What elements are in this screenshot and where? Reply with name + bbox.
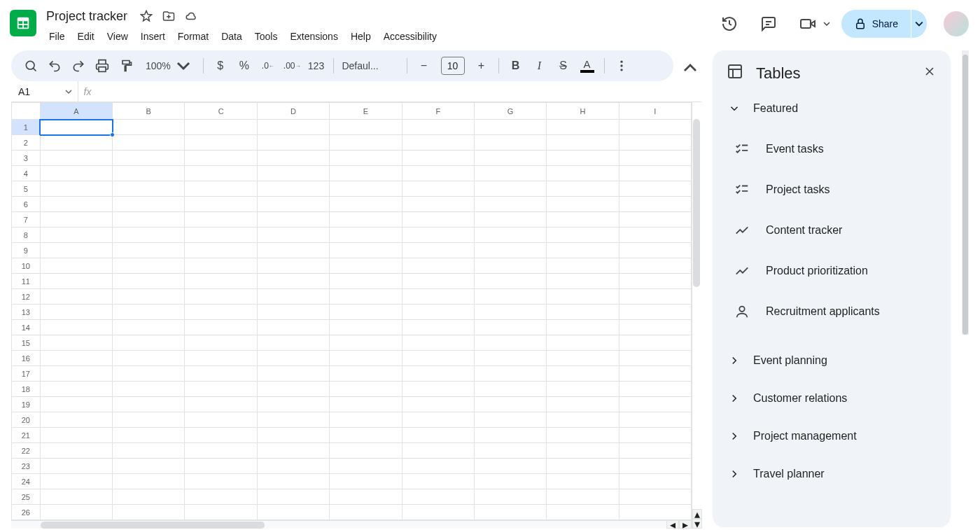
row-header[interactable]: 18 <box>12 382 41 397</box>
row-header[interactable]: 19 <box>12 397 41 412</box>
grid-cell[interactable] <box>619 474 691 489</box>
grid-cell[interactable] <box>474 228 546 243</box>
grid-cell[interactable] <box>40 474 112 489</box>
grid-cell[interactable] <box>547 459 619 474</box>
grid-cell[interactable] <box>40 505 112 520</box>
row-header[interactable]: 7 <box>12 212 41 228</box>
grid-cell[interactable] <box>547 335 619 351</box>
grid-cell[interactable] <box>113 489 185 505</box>
grid-cell[interactable] <box>40 228 112 243</box>
grid-cell[interactable] <box>474 397 546 412</box>
grid-cell[interactable] <box>113 212 185 228</box>
grid-cell[interactable] <box>257 366 329 382</box>
grid-cell[interactable] <box>619 443 691 459</box>
grid-cell[interactable] <box>330 181 402 197</box>
grid-cell[interactable] <box>185 443 257 459</box>
grid-cell[interactable] <box>619 135 691 151</box>
grid-cell[interactable] <box>330 443 402 459</box>
grid-cell[interactable] <box>113 289 185 305</box>
paint-format-icon[interactable] <box>115 55 137 77</box>
grid-cell[interactable] <box>330 489 402 505</box>
grid-cell[interactable] <box>40 335 112 351</box>
grid-cell[interactable] <box>474 151 546 166</box>
row-header[interactable]: 4 <box>12 166 41 181</box>
percent-icon[interactable]: % <box>233 55 255 77</box>
cloud-status-icon[interactable] <box>185 10 197 22</box>
grid-cell[interactable] <box>40 135 112 151</box>
menu-view[interactable]: View <box>102 28 134 45</box>
grid-cell[interactable] <box>330 505 402 520</box>
grid-cell[interactable] <box>40 443 112 459</box>
grid-cell[interactable] <box>40 274 112 289</box>
grid-cell[interactable] <box>474 428 546 443</box>
grid-cell[interactable] <box>402 443 474 459</box>
grid-cell[interactable] <box>402 335 474 351</box>
grid-cell[interactable] <box>40 397 112 412</box>
grid-cell[interactable] <box>402 181 474 197</box>
grid-cell[interactable] <box>330 289 402 305</box>
grid-cell[interactable] <box>257 197 329 212</box>
star-icon[interactable] <box>140 10 153 22</box>
grid-cell[interactable] <box>113 305 185 320</box>
grid-cell[interactable] <box>547 228 619 243</box>
grid-cell[interactable] <box>113 243 185 258</box>
grid-cell[interactable] <box>402 351 474 366</box>
grid-cell[interactable] <box>40 428 112 443</box>
template-item[interactable]: Product prioritization <box>713 251 951 291</box>
grid-cell[interactable] <box>257 382 329 397</box>
grid-cell[interactable] <box>185 151 257 166</box>
grid-cell[interactable] <box>40 412 112 428</box>
grid-cell[interactable] <box>257 289 329 305</box>
more-toolbar-icon[interactable] <box>610 55 633 77</box>
grid-cell[interactable] <box>619 228 691 243</box>
grid-cell[interactable] <box>40 489 112 505</box>
row-header[interactable]: 22 <box>12 443 41 459</box>
column-header[interactable]: F <box>402 103 474 120</box>
grid-cell[interactable] <box>40 243 112 258</box>
grid-cell[interactable] <box>402 135 474 151</box>
grid-cell[interactable] <box>185 397 257 412</box>
grid-cell[interactable] <box>113 397 185 412</box>
grid-cell[interactable] <box>113 120 185 135</box>
grid-cell[interactable] <box>402 243 474 258</box>
grid-cell[interactable] <box>257 335 329 351</box>
grid-cell[interactable] <box>113 382 185 397</box>
grid-cell[interactable] <box>547 243 619 258</box>
grid-cell[interactable] <box>619 181 691 197</box>
grid-cell[interactable] <box>402 320 474 335</box>
grid-cell[interactable] <box>619 459 691 474</box>
grid-cell[interactable] <box>40 351 112 366</box>
sheets-logo[interactable] <box>10 10 36 36</box>
grid-cell[interactable] <box>330 243 402 258</box>
grid-cell[interactable] <box>257 412 329 428</box>
grid-cell[interactable] <box>185 428 257 443</box>
grid-cell[interactable] <box>257 489 329 505</box>
grid-cell[interactable] <box>402 382 474 397</box>
menu-extensions[interactable]: Extensions <box>284 28 343 45</box>
grid-cell[interactable] <box>40 382 112 397</box>
template-item[interactable]: Event tasks <box>713 129 951 169</box>
grid-cell[interactable] <box>330 397 402 412</box>
name-box[interactable]: A1 <box>11 81 78 102</box>
column-header[interactable]: C <box>185 103 257 120</box>
increase-decimal-icon[interactable]: .00→ <box>281 55 304 77</box>
grid-cell[interactable] <box>402 212 474 228</box>
italic-icon[interactable]: I <box>528 55 551 77</box>
row-header[interactable]: 1 <box>12 120 41 135</box>
grid-cell[interactable] <box>474 120 546 135</box>
account-avatar[interactable] <box>944 11 969 36</box>
grid-cell[interactable] <box>40 120 112 135</box>
grid-cell[interactable] <box>474 443 546 459</box>
row-header[interactable]: 25 <box>12 489 41 505</box>
grid-cell[interactable] <box>40 289 112 305</box>
grid-cell[interactable] <box>619 305 691 320</box>
template-item[interactable]: Content tracker <box>713 210 951 251</box>
grid-cell[interactable] <box>113 258 185 274</box>
grid-cell[interactable] <box>40 151 112 166</box>
grid-cell[interactable] <box>474 505 546 520</box>
grid-cell[interactable] <box>547 489 619 505</box>
grid-cell[interactable] <box>330 366 402 382</box>
grid-cell[interactable] <box>474 382 546 397</box>
text-color-icon[interactable]: A <box>576 55 598 77</box>
row-header[interactable]: 5 <box>12 181 41 197</box>
